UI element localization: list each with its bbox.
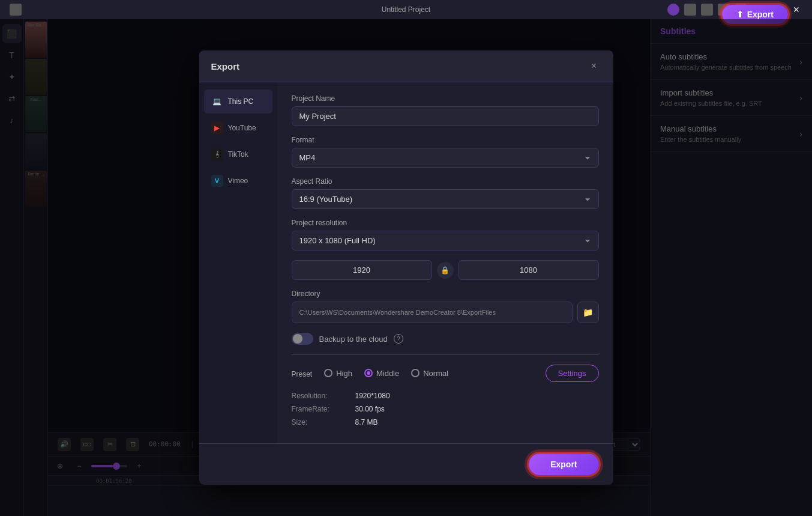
youtube-label: YouTube (228, 124, 256, 132)
cloud-help-icon[interactable]: ? (394, 334, 403, 344)
dialog-body: 💻 This PC ▶ YouTube 𝄞 TikTok V Vimeo (199, 82, 613, 443)
vimeo-label: Vimeo (228, 177, 248, 185)
framerate-val: 30.00 fps (355, 405, 385, 413)
resolution-select[interactable]: 1920 x 1080 (Full HD) 1280 x 720 (HD) 38… (292, 231, 599, 250)
preset-normal-radio (411, 369, 420, 377)
preset-middle-label: Middle (376, 369, 399, 378)
lock-icon[interactable]: 🔒 (437, 262, 454, 279)
preset-settings-row: Preset High (292, 365, 599, 382)
dialog-sidebar-vimeo[interactable]: V Vimeo (204, 169, 272, 193)
tiktok-icon: 𝄞 (211, 148, 223, 160)
framerate-key: FrameRate: (292, 405, 346, 413)
preset-high[interactable]: High (324, 369, 352, 378)
aspect-ratio-select[interactable]: 16:9 (YouTube) 9:16 (TikTok) 1:1 (Instag… (292, 189, 599, 209)
dialog-sidebar-youtube[interactable]: ▶ YouTube (204, 116, 272, 140)
height-input[interactable] (459, 260, 599, 280)
cloud-toggle[interactable] (292, 333, 313, 345)
directory-label: Directory (292, 290, 599, 298)
close-btn[interactable]: ✕ (790, 4, 802, 16)
dialog-sidebar-this-pc[interactable]: 💻 This PC (204, 90, 272, 114)
cloud-label: Backup to the cloud (319, 335, 388, 344)
dialog-title: Export (211, 61, 240, 71)
preset-section: Preset High (292, 369, 449, 378)
dialog-close-btn[interactable]: × (587, 59, 601, 73)
aspect-ratio-label: Aspect Ratio (292, 177, 599, 186)
dialog-form-content: Project Name Format MP4 MOV AVI MKV Aspe… (277, 82, 613, 443)
dialog-footer: Export (199, 443, 613, 485)
resolution-label: Project resolution (292, 219, 599, 227)
preset-middle-radio-inner (367, 371, 370, 375)
app-icon (10, 4, 22, 16)
framerate-info-row: FrameRate: 30.00 fps (292, 405, 599, 413)
divider (292, 354, 599, 355)
export-dialog: Export × 💻 This PC ▶ YouTube 𝄞 Tik (199, 50, 613, 485)
project-name-input[interactable] (292, 106, 599, 126)
size-info-row: Size: 8.7 MB (292, 418, 599, 426)
directory-row: 📁 (292, 302, 599, 323)
resolution-group: Project resolution 1920 x 1080 (Full HD)… (292, 219, 599, 250)
dialog-sidebar-tiktok[interactable]: 𝄞 TikTok (204, 142, 272, 166)
vimeo-icon: V (211, 175, 223, 187)
titlebar-left-icons (10, 4, 22, 16)
directory-input[interactable] (292, 302, 573, 323)
dialog-overlay: Export × 💻 This PC ▶ YouTube 𝄞 Tik (0, 19, 812, 516)
info-rows: Resolution: 1920*1080 FrameRate: 30.00 f… (292, 392, 599, 426)
dialog-sidebar: 💻 This PC ▶ YouTube 𝄞 TikTok V Vimeo (199, 82, 277, 443)
title-bar: Untitled Project — □ ✕ (0, 0, 812, 19)
project-name-label: Project Name (292, 94, 599, 103)
preset-middle[interactable]: Middle (364, 369, 399, 378)
wh-group: 🔒 (292, 260, 599, 280)
tiktok-label: TikTok (228, 150, 248, 159)
resolution-info-key: Resolution: (292, 392, 346, 400)
app-title: Untitled Project (382, 5, 430, 14)
size-key: Size: (292, 418, 346, 426)
width-input[interactable] (292, 260, 432, 280)
preset-normal[interactable]: Normal (411, 369, 448, 378)
size-val: 8.7 MB (355, 418, 378, 426)
preset-high-radio (324, 369, 332, 377)
format-group: Format MP4 MOV AVI MKV (292, 136, 599, 168)
project-name-group: Project Name (292, 94, 599, 126)
youtube-icon: ▶ (211, 122, 223, 134)
directory-group: Directory 📁 (292, 290, 599, 323)
user-icon[interactable] (667, 4, 679, 16)
settings-button[interactable]: Settings (546, 365, 599, 382)
format-label: Format (292, 136, 599, 144)
cloud-row: Backup to the cloud ? (292, 333, 599, 345)
settings-icon-top[interactable] (684, 4, 696, 16)
dialog-header: Export × (199, 50, 613, 82)
format-select[interactable]: MP4 MOV AVI MKV (292, 148, 599, 168)
resolution-info-row: Resolution: 1920*1080 (292, 392, 599, 400)
preset-normal-label: Normal (423, 369, 448, 378)
this-pc-icon: 💻 (211, 96, 223, 108)
resolution-info-val: 1920*1080 (355, 392, 390, 400)
preset-radio-group: High Middle (324, 369, 448, 378)
preset-label: Preset (292, 369, 313, 378)
aspect-ratio-group: Aspect Ratio 16:9 (YouTube) 9:16 (TikTok… (292, 177, 599, 209)
cloud-toggle-knob (293, 334, 302, 344)
dir-browse-btn[interactable]: 📁 (577, 302, 599, 323)
export-button-dialog[interactable]: Export (529, 454, 598, 475)
preset-middle-radio (364, 369, 373, 377)
camera-icon-top[interactable] (701, 4, 713, 16)
export-icon-top: ⬆ (736, 10, 744, 19)
preset-high-label: High (336, 369, 352, 378)
this-pc-label: This PC (228, 97, 254, 106)
